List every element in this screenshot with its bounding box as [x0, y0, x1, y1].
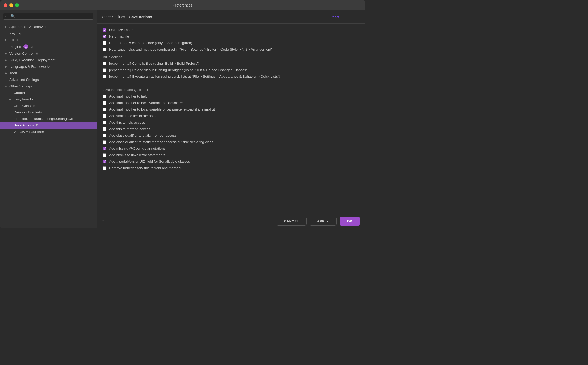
apply-button[interactable]: APPLY: [310, 217, 337, 226]
this-method-checkbox[interactable]: [103, 127, 106, 131]
final-local-implicit-checkbox[interactable]: [103, 108, 106, 111]
execute-label: [experimental] Execute an action (using …: [109, 75, 280, 78]
sidebar-item-languages[interactable]: ▶ Languages & Frameworks: [0, 63, 97, 70]
search-icon: ⌕: [5, 14, 7, 18]
reformat-file-checkbox[interactable]: [103, 35, 106, 38]
blocks-checkbox[interactable]: [103, 153, 106, 157]
sidebar-item-label: Appearance & Behavior: [9, 25, 47, 29]
sidebar: ⌕ ▶ Appearance & Behavior Keymap ▶ Edito…: [0, 10, 97, 228]
footer-buttons: CANCEL APPLY OK: [277, 217, 360, 226]
class-qualifier-outside-row: Add class qualifier to static member acc…: [103, 140, 359, 144]
this-field-row: Add this to field access: [103, 120, 359, 124]
static-methods-checkbox[interactable]: [103, 114, 106, 118]
sidebar-item-grepconsole[interactable]: Grep Console: [0, 102, 97, 109]
sidebar-item-label: ru.leoklo.stackuml.settings.SettingsCo: [14, 117, 73, 121]
content-body: Optimize imports Reformat file Reformat …: [97, 24, 365, 214]
reset-button[interactable]: Reset: [330, 15, 339, 19]
reformat-changed-checkbox[interactable]: [103, 41, 106, 45]
remove-this-row: Remove unnecessary this to field and met…: [103, 166, 359, 170]
search-bar: ⌕: [0, 10, 97, 22]
rearrange-checkbox[interactable]: [103, 48, 106, 51]
optimize-imports-checkbox[interactable]: [103, 28, 106, 32]
sidebar-item-tools[interactable]: ▶ Tools: [0, 70, 97, 76]
maximize-button[interactable]: [15, 3, 19, 7]
sidebar-item-label: Build, Execution, Deployment: [9, 58, 55, 62]
content-header: Other Settings › Save Actions ⊟ Reset ← …: [97, 10, 365, 24]
sidebar-item-appearance[interactable]: ▶ Appearance & Behavior: [0, 23, 97, 30]
build-actions-label: Build Actions: [103, 55, 122, 59]
sidebar-item-label: Version Control: [9, 52, 33, 56]
close-button[interactable]: [4, 3, 7, 7]
class-qualifier-row: Add class qualifier to static member acc…: [103, 133, 359, 137]
content-panel: Other Settings › Save Actions ⊟ Reset ← …: [97, 10, 365, 228]
sidebar-item-rainbowbrackets[interactable]: Rainbow Brackets: [0, 109, 97, 115]
sidebar-item-easyjavadoc[interactable]: ▶ EasyJavadoc: [0, 96, 97, 102]
sidebar-item-keymap[interactable]: Keymap: [0, 30, 97, 36]
sidebar-item-label: Languages & Frameworks: [9, 65, 51, 69]
execute-checkbox[interactable]: [103, 75, 106, 78]
search-input[interactable]: [3, 13, 93, 20]
window-title: Preferences: [173, 3, 192, 7]
sidebar-item-ruleoklo[interactable]: ru.leoklo.stackuml.settings.SettingsCo: [0, 115, 97, 122]
traffic-lights: [4, 3, 19, 7]
sidebar-item-other[interactable]: ▼ Other Settings: [0, 83, 97, 89]
sidebar-item-saveactions[interactable]: Save Actions ⊟: [0, 122, 97, 129]
sidebar-item-advanced[interactable]: Advanced Settings: [0, 76, 97, 83]
compile-checkbox[interactable]: [103, 62, 106, 65]
back-button[interactable]: ←: [342, 14, 350, 20]
java-inspection-section: Java Inspection and Quick Fix: [103, 88, 359, 92]
sidebar-item-label: Tools: [9, 71, 18, 75]
blocks-label: Add blocks to if/while/for statements: [109, 153, 165, 157]
breadcrumb: Other Settings › Save Actions ⊟: [102, 15, 156, 19]
class-qualifier-outside-checkbox[interactable]: [103, 140, 106, 144]
reformat-file-label: Reformat file: [109, 34, 129, 38]
java-inspection-label: Java Inspection and Quick Fix: [103, 88, 148, 92]
breadcrumb-current: Save Actions: [129, 15, 152, 19]
optimize-imports-label: Optimize imports: [109, 28, 135, 32]
build-actions-section: Build Actions: [103, 55, 359, 59]
forward-button[interactable]: →: [353, 14, 360, 20]
serial-checkbox[interactable]: [103, 160, 106, 163]
this-field-label: Add this to field access: [109, 120, 145, 124]
serial-label: Add a serialVersionUID field for Seriali…: [109, 160, 190, 163]
sidebar-item-editor[interactable]: ▶ Editor: [0, 36, 97, 43]
remove-this-checkbox[interactable]: [103, 166, 106, 170]
compile-label: [experimental] Compile files (using "Bui…: [109, 62, 199, 65]
reformat-changed-row: Reformat only changed code (only if VCS …: [103, 41, 359, 45]
sidebar-item-codota[interactable]: Codota: [0, 89, 97, 96]
override-row: Add missing @Override annotations: [103, 147, 359, 150]
breadcrumb-separator: ›: [127, 15, 128, 19]
rearrange-row: Rearrange fields and methods (configured…: [103, 47, 359, 51]
reload-checkbox[interactable]: [103, 68, 106, 72]
cancel-button[interactable]: CANCEL: [277, 217, 307, 226]
sidebar-item-label: EasyJavadoc: [14, 97, 34, 101]
chevron-down-icon: ▼: [4, 85, 8, 88]
final-local-implicit-row: Add final modifier to local variable or …: [103, 107, 359, 111]
final-local-implicit-label: Add final modifier to local variable or …: [109, 107, 215, 111]
rearrange-label: Rearrange fields and methods (configured…: [109, 47, 274, 51]
sidebar-item-plugins[interactable]: Plugins 1 ⊟: [0, 43, 97, 50]
breadcrumb-icon: ⊟: [154, 15, 156, 19]
chevron-right-icon: ▶: [8, 98, 12, 101]
final-field-checkbox[interactable]: [103, 95, 106, 98]
chevron-right-icon: ▶: [4, 59, 8, 62]
class-qualifier-checkbox[interactable]: [103, 134, 106, 137]
this-method-row: Add this to method access: [103, 127, 359, 131]
ok-button[interactable]: OK: [340, 217, 360, 226]
sidebar-item-label: Editor: [9, 38, 19, 42]
sidebar-item-build[interactable]: ▶ Build, Execution, Deployment: [0, 57, 97, 63]
blocks-row: Add blocks to if/while/for statements: [103, 153, 359, 157]
sidebar-item-label: Keymap: [9, 31, 22, 35]
help-button[interactable]: ?: [102, 219, 104, 224]
sidebar-item-visualvm[interactable]: VisualVM Launcher: [0, 129, 97, 135]
override-checkbox[interactable]: [103, 147, 106, 150]
final-local-checkbox[interactable]: [103, 101, 106, 105]
class-qualifier-outside-label: Add class qualifier to static member acc…: [109, 140, 213, 144]
final-field-label: Add final modifier to field: [109, 94, 148, 98]
class-qualifier-label: Add class qualifier to static member acc…: [109, 133, 177, 137]
this-field-checkbox[interactable]: [103, 121, 106, 124]
execute-row: [experimental] Execute an action (using …: [103, 75, 359, 78]
vc-icon: ⊟: [35, 52, 38, 55]
sidebar-item-version-control[interactable]: ▶ Version Control ⊟: [0, 50, 97, 57]
minimize-button[interactable]: [9, 3, 13, 7]
